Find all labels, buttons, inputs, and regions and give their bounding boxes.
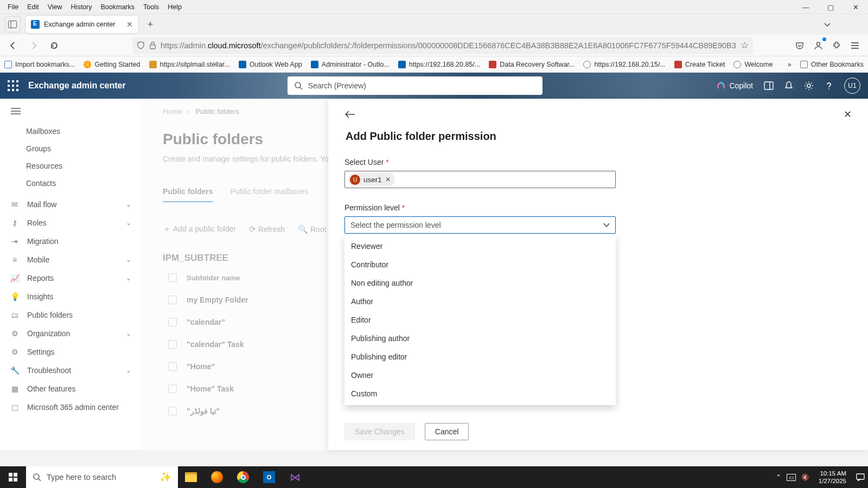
permission-option[interactable]: Owner bbox=[344, 366, 616, 384]
permission-option[interactable]: Publishing author bbox=[344, 329, 616, 348]
bookmark-star-icon[interactable]: ☆ bbox=[741, 40, 749, 51]
sidebar-item-icon: 💡 bbox=[10, 292, 20, 301]
tab-overflow-button[interactable] bbox=[824, 22, 864, 27]
sidebar-item-label: Troubleshoot bbox=[27, 366, 71, 375]
tab-close-button[interactable]: ✕ bbox=[126, 20, 133, 29]
menu-view[interactable]: View bbox=[43, 2, 67, 12]
start-button[interactable] bbox=[0, 466, 26, 488]
systray-volume-icon[interactable]: 🔇 bbox=[801, 473, 809, 481]
sidebar-item[interactable]: Mailboxes bbox=[0, 123, 141, 140]
minimize-button[interactable]: — bbox=[793, 0, 818, 14]
account-icon[interactable] bbox=[810, 38, 826, 53]
user-avatar[interactable]: U1 bbox=[844, 78, 860, 94]
flyout-back-button[interactable] bbox=[344, 110, 355, 119]
app-menu-icon[interactable] bbox=[847, 38, 863, 53]
sidebar-item[interactable]: ▦Other features bbox=[0, 380, 141, 398]
menu-history[interactable]: History bbox=[67, 2, 97, 12]
sidebar-item[interactable]: 🗂Public folders bbox=[0, 306, 141, 324]
notifications-icon[interactable] bbox=[784, 81, 793, 91]
menu-help[interactable]: Help bbox=[163, 2, 186, 12]
maximize-button[interactable]: ▢ bbox=[818, 0, 843, 14]
sidebar-item[interactable]: Contacts bbox=[0, 175, 141, 192]
sidebar-item[interactable]: 📈Reports⌄ bbox=[0, 269, 141, 287]
close-window-button[interactable]: ✕ bbox=[843, 0, 868, 14]
other-bookmarks[interactable]: Other Bookmarks bbox=[800, 61, 864, 68]
bookmark-item[interactable]: Import bookmarks... bbox=[4, 61, 75, 68]
permission-option[interactable]: Reviewer bbox=[344, 237, 616, 255]
permission-option[interactable]: Publishing editor bbox=[344, 348, 616, 366]
bookmark-item[interactable]: Create Ticket bbox=[674, 61, 725, 68]
permission-level-select[interactable]: Select the permission level bbox=[344, 216, 616, 234]
search-icon bbox=[294, 81, 303, 90]
bookmark-item[interactable]: Getting Started bbox=[84, 61, 140, 68]
taskbar-search-input[interactable]: Type here to search ✨ bbox=[26, 466, 178, 488]
sidebar-item[interactable]: Resources bbox=[0, 157, 141, 175]
help-icon[interactable] bbox=[825, 81, 833, 90]
systray-input-icon[interactable]: ▭ bbox=[787, 474, 796, 481]
bookmark-item[interactable]: https://192.168.20.15/... bbox=[583, 61, 665, 68]
sidepanel-toggle-button[interactable] bbox=[4, 16, 21, 33]
url-input[interactable]: https://admin.cloud.microsoft/exchange#/… bbox=[132, 37, 753, 54]
permission-option[interactable]: Non editing author bbox=[344, 274, 616, 292]
sidebar-toggle-icon[interactable] bbox=[0, 104, 141, 123]
taskbar-app-outlook[interactable]: O bbox=[256, 466, 282, 488]
permission-option[interactable]: Contributor bbox=[344, 255, 616, 274]
sidebar-item[interactable]: ⚙Settings bbox=[0, 343, 141, 361]
menu-bookmarks[interactable]: Bookmarks bbox=[96, 2, 139, 12]
back-button[interactable] bbox=[5, 38, 21, 53]
permission-option[interactable]: Custom bbox=[344, 384, 616, 403]
bookmark-item[interactable]: Welcome bbox=[733, 61, 773, 68]
permission-option[interactable]: Author bbox=[344, 292, 616, 311]
sidebar-item-label: Mailboxes bbox=[26, 127, 60, 136]
sidebar-item[interactable]: ⚙Organization⌄ bbox=[0, 324, 141, 343]
flyout-close-button[interactable]: ✕ bbox=[844, 108, 852, 120]
sidebar-item[interactable]: 💡Insights bbox=[0, 287, 141, 306]
browser-tab[interactable]: Exchange admin center ✕ bbox=[25, 15, 139, 34]
systray-overflow-icon[interactable]: ⌃ bbox=[776, 473, 781, 481]
select-user-input[interactable]: U user1 ✕ bbox=[344, 171, 616, 188]
pocket-icon[interactable] bbox=[792, 38, 807, 53]
panel-icon[interactable] bbox=[764, 81, 774, 90]
extensions-icon[interactable] bbox=[829, 38, 844, 53]
taskbar-app-explorer[interactable] bbox=[178, 466, 204, 488]
bookmark-item[interactable]: Data Recovery Softwar... bbox=[489, 61, 575, 68]
bookmark-overflow-icon[interactable]: » bbox=[788, 61, 793, 68]
app-brand[interactable]: Exchange admin center bbox=[28, 81, 126, 91]
user-chip-remove-icon[interactable]: ✕ bbox=[385, 176, 391, 183]
permission-option[interactable]: Editor bbox=[344, 311, 616, 329]
sidebar-item[interactable]: ✉Mail flow⌄ bbox=[0, 195, 141, 214]
taskbar-app-chrome[interactable] bbox=[230, 466, 256, 488]
sidebar-item-icon: ▢ bbox=[10, 402, 20, 412]
bookmark-item[interactable]: Outlook Web App bbox=[239, 61, 302, 68]
sidebar-item[interactable]: ≡Mobile⌄ bbox=[0, 251, 141, 269]
sidebar-item[interactable]: ▢Microsoft 365 admin center bbox=[0, 398, 141, 416]
new-tab-button[interactable]: + bbox=[142, 16, 158, 33]
systray-clock[interactable]: 10:15 AM 1/27/2025 bbox=[814, 470, 851, 485]
sidebar-item-label: Mobile bbox=[27, 255, 49, 264]
copilot-button[interactable]: Copilot bbox=[716, 81, 753, 91]
systray-notifications-icon[interactable] bbox=[856, 473, 865, 481]
sidebar-item[interactable]: ⚷Roles⌄ bbox=[0, 214, 141, 232]
menu-tools[interactable]: Tools bbox=[139, 2, 163, 12]
save-button[interactable]: Save Changes bbox=[344, 423, 415, 440]
menu-file[interactable]: File bbox=[3, 2, 23, 12]
sidebar-item[interactable]: Groups bbox=[0, 140, 141, 157]
bookmark-item[interactable]: Administrator - Outlo... bbox=[311, 61, 390, 68]
header-search-input[interactable]: Search (Preview) bbox=[288, 76, 542, 95]
sidebar-item-label: Public folders bbox=[27, 311, 73, 319]
taskbar-app-firefox[interactable] bbox=[204, 466, 230, 488]
taskbar-app-visualstudio[interactable]: ⋈ bbox=[282, 466, 308, 488]
bookmark-item[interactable]: https://192.168.20.85/... bbox=[398, 61, 480, 68]
menu-edit[interactable]: Edit bbox=[23, 2, 43, 12]
cancel-button[interactable]: Cancel bbox=[425, 423, 469, 440]
sidebar-item[interactable]: 🔧Troubleshoot⌄ bbox=[0, 361, 141, 380]
browser-address-bar: https://admin.cloud.microsoft/exchange#/… bbox=[0, 35, 868, 56]
bookmark-item[interactable]: https://sitplmail.stellar... bbox=[149, 61, 230, 68]
app-launcher-icon[interactable] bbox=[8, 80, 18, 91]
sidebar-item-label: Contacts bbox=[26, 179, 56, 188]
sidebar-item[interactable]: ⇥Migration bbox=[0, 232, 141, 251]
reload-button[interactable] bbox=[47, 38, 62, 53]
sidebar-item-icon: ⚷ bbox=[10, 218, 20, 228]
forward-button[interactable] bbox=[26, 38, 41, 53]
settings-icon[interactable] bbox=[804, 81, 814, 91]
